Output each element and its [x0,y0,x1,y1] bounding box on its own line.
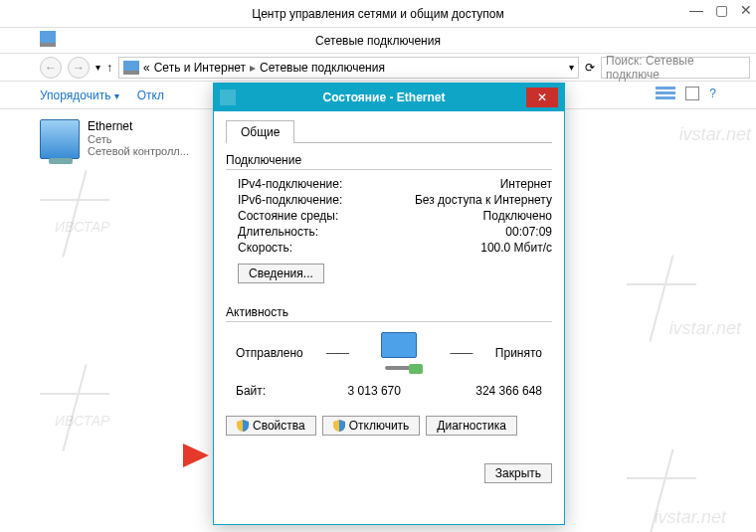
parent-titlebar: Центр управления сетями и общим доступом… [0,0,756,28]
speed-value: 100.0 Мбит/с [480,241,552,255]
nav-back-button[interactable]: ← [40,57,62,79]
netitem-line2: Сеть [88,133,189,145]
svg-rect-0 [40,31,56,43]
disable-device-button[interactable]: Откл [137,89,164,102]
media-label: Состояние среды: [238,209,338,223]
disable-button-label: Отключить [349,419,410,433]
svg-rect-6 [656,96,675,99]
bytes-label: Байт: [236,384,266,398]
annotation-arrow-icon [183,443,209,467]
ipv4-label: IPv4-подключение: [238,177,342,191]
ipv4-value: Интернет [500,177,552,191]
breadcrumb-seg2[interactable]: Сетевые подключения [260,61,385,75]
disable-button[interactable]: Отключить [322,416,421,436]
sub-titlebar: Сетевые подключения [0,28,756,54]
svg-rect-2 [123,61,139,71]
sub-title: Сетевые подключения [315,34,441,48]
view-slider-icon[interactable] [656,87,675,103]
svg-rect-5 [656,91,675,94]
bytes-recv-value: 324 366 648 [420,384,542,398]
breadcrumb[interactable]: « Сеть и Интернет ▸ Сетевые подключения … [118,57,579,79]
ipv6-label: IPv6-подключение: [238,193,342,207]
minimize-button[interactable]: — [689,2,703,18]
ipv6-value: Без доступа к Интернету [415,193,552,207]
activity-dash-icon: —— [326,346,348,360]
speed-label: Скорость: [238,241,292,255]
breadcrumb-icon [123,61,139,75]
details-button[interactable]: Сведения... [238,264,324,283]
dialog-title-icon [220,89,236,105]
svg-rect-1 [40,43,56,47]
dialog-tabs: Общие [226,119,552,143]
preview-pane-icon[interactable] [685,87,699,100]
breadcrumb-seg1[interactable]: Сеть и Интернет [154,61,246,75]
netitem-line3: Сетевой контролл... [88,145,189,157]
activity-group-label: Активность [226,305,552,319]
bytes-sent-value: 3 013 670 [284,384,401,398]
search-placeholder: Поиск: Сетевые подключе [606,54,745,82]
breadcrumb-dropdown-icon[interactable]: ▾ [569,62,574,73]
properties-button-label: Свойства [253,419,305,433]
close-button[interactable]: ✕ [740,2,752,18]
properties-button[interactable]: Свойства [226,416,316,436]
media-value: Подключено [483,209,552,223]
duration-value: 00:07:09 [505,225,552,239]
help-button[interactable]: ? [709,87,716,103]
shield-icon [237,420,249,432]
ethernet-status-dialog: Состояние - Ethernet ✕ Общие Подключение… [213,83,565,525]
shield-icon [333,420,345,432]
network-item-ethernet[interactable]: Ethernet Сеть Сетевой контролл... [40,119,219,159]
dialog-title: Состояние - Ethernet [242,90,526,104]
received-label: Принято [495,346,542,360]
netitem-name: Ethernet [88,119,189,133]
dialog-close-button[interactable]: ✕ [526,88,558,107]
svg-rect-3 [123,71,139,75]
duration-label: Длительность: [238,225,318,239]
svg-rect-4 [656,87,675,89]
network-adapter-icon [40,119,80,159]
sent-label: Отправлено [236,346,303,360]
connection-group-label: Подключение [226,153,552,167]
activity-dash-icon: —— [451,346,472,360]
activity-computer-icon [371,332,427,374]
address-bar-row: ← → ▾ ↑ « Сеть и Интернет ▸ Сетевые подк… [0,54,756,82]
nav-forward-button[interactable]: → [68,57,90,79]
refresh-button[interactable]: ⟳ [585,61,595,75]
maximize-button[interactable]: ▢ [715,2,728,18]
dialog-titlebar: Состояние - Ethernet ✕ [214,84,564,111]
nav-up-button[interactable]: ↑ [106,61,112,75]
network-connections-icon [40,31,56,50]
breadcrumb-sep-icon: ▸ [250,61,256,75]
recent-locations-button[interactable]: ▾ [95,62,100,73]
parent-title: Центр управления сетями и общим доступом [252,7,504,21]
diagnose-button[interactable]: Диагностика [426,416,517,436]
organize-button[interactable]: Упорядочить ▾ [40,89,119,102]
close-button[interactable]: Закрыть [484,463,552,483]
breadcrumb-prefix: « [143,61,150,75]
search-input[interactable]: Поиск: Сетевые подключе [601,57,750,79]
tab-general[interactable]: Общие [226,120,294,143]
